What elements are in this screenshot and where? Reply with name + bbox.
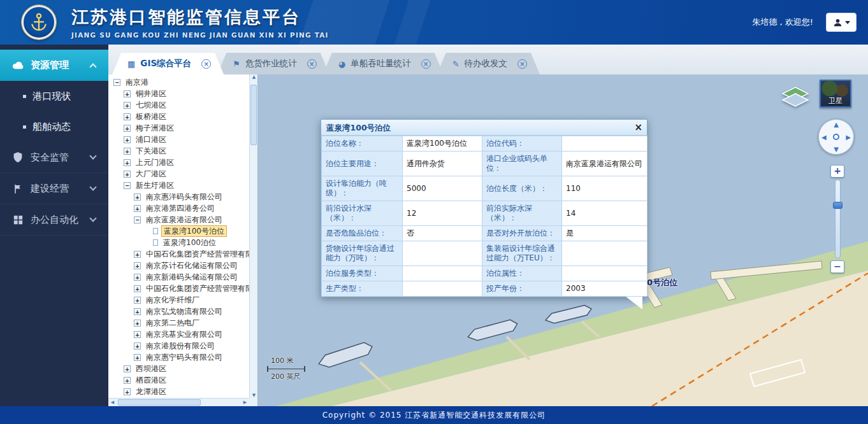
tree-expand-icon[interactable]: + bbox=[124, 125, 131, 132]
sidebar-item-construction-operation[interactable]: 建设经营 bbox=[0, 173, 108, 204]
tree-vertical-scrollbar[interactable]: ▲ ▼ bbox=[249, 74, 257, 398]
tree-node[interactable]: +南京惠洋码头有限公司 bbox=[134, 191, 249, 202]
table-row: 生产类型： 投产年份： 2003 bbox=[322, 281, 647, 297]
tab-close-icon[interactable]: × bbox=[307, 59, 317, 69]
chevron-down-icon bbox=[89, 183, 96, 190]
info-value-cell: 南京蓝泉港运有限公司 bbox=[562, 152, 647, 176]
tree-collapse-icon[interactable]: − bbox=[134, 216, 141, 223]
tree-expand-icon[interactable]: + bbox=[134, 251, 141, 258]
tab-pending-documents[interactable]: ✎ 待办收发文 × bbox=[437, 53, 540, 74]
tree-collapse-icon[interactable]: − bbox=[113, 79, 120, 86]
tree-expand-icon[interactable]: + bbox=[134, 205, 141, 212]
tree-node[interactable]: +板桥港区 bbox=[124, 111, 249, 122]
tree-node[interactable]: +上元门港区 bbox=[124, 157, 249, 168]
scrollbar-thumb[interactable] bbox=[118, 399, 201, 406]
tree-expand-icon[interactable]: + bbox=[124, 90, 131, 97]
tree-horizontal-scrollbar[interactable]: ◀ ▶ bbox=[108, 398, 249, 406]
zoom-in-button[interactable]: + bbox=[830, 165, 844, 178]
scroll-up-icon[interactable]: ▲ bbox=[250, 74, 258, 80]
tree-node[interactable]: +中国石化集团资产经营管理有限公司 bbox=[134, 248, 249, 260]
tree-node[interactable]: +西坝港区 bbox=[124, 363, 249, 374]
zoom-out-button[interactable]: − bbox=[830, 260, 844, 273]
tree-expand-icon[interactable]: + bbox=[124, 171, 131, 178]
sidebar-item-port-status[interactable]: 港口现状 bbox=[0, 81, 108, 111]
pie-chart-icon: ◕ bbox=[338, 59, 345, 69]
tree-node[interactable]: +中国石化集团资产经营管理有限公司 bbox=[134, 283, 249, 294]
tab-dangerous-cargo-stats[interactable]: ⚑ 危货作业统计 × bbox=[217, 53, 329, 74]
tree-node[interactable]: +南京苏计石化储运有限公司 bbox=[134, 260, 249, 271]
tree-node[interactable]: −南京蓝泉港运有限公司 bbox=[134, 214, 249, 225]
tab-gis-platform[interactable]: ▦ GIS综合平台 × bbox=[112, 53, 224, 74]
chevron-up-icon bbox=[89, 63, 96, 70]
tree-expand-icon[interactable]: + bbox=[134, 343, 141, 350]
table-row: 泊位服务类型： 泊位属性： bbox=[322, 266, 647, 281]
tab-close-icon[interactable]: × bbox=[421, 59, 431, 69]
zoom-slider-handle[interactable] bbox=[833, 202, 843, 209]
tree-expand-icon[interactable]: + bbox=[124, 148, 131, 155]
tree-node[interactable]: +龙潭港区 bbox=[124, 386, 249, 397]
tree-expand-icon[interactable]: + bbox=[134, 331, 141, 338]
tree-expand-icon[interactable]: + bbox=[124, 102, 131, 109]
tree-expand-icon[interactable]: + bbox=[134, 274, 141, 281]
tree-expand-icon[interactable]: + bbox=[134, 308, 141, 315]
tree-node[interactable]: +南京第二热电厂 bbox=[134, 317, 249, 329]
tree-expand-icon[interactable]: + bbox=[124, 388, 131, 395]
map-type-button[interactable] bbox=[781, 86, 809, 109]
tree-node[interactable]: −南京港 bbox=[113, 76, 249, 88]
sidebar-item-office-automation[interactable]: 办公自动化 bbox=[0, 204, 108, 236]
pan-right-icon[interactable]: ▶ bbox=[846, 134, 851, 141]
tree-node[interactable]: −新生圩港区 bbox=[124, 180, 249, 191]
pan-left-icon[interactable]: ◀ bbox=[821, 134, 827, 141]
popup-close-button[interactable]: × bbox=[634, 122, 642, 133]
tree-expand-icon[interactable]: + bbox=[124, 136, 131, 143]
scroll-left-icon[interactable]: ◀ bbox=[108, 399, 117, 407]
pan-up-icon[interactable]: ▲ bbox=[834, 121, 839, 128]
tree-node[interactable]: +大厂港区 bbox=[124, 168, 249, 180]
map-canvas[interactable]: 蓝泉湾100号泊位 100 米 200 英尺 卫星 ▲ bbox=[258, 74, 868, 406]
tab-close-icon[interactable]: × bbox=[517, 59, 527, 69]
tree-expand-icon[interactable]: + bbox=[124, 113, 131, 120]
tab-close-icon[interactable]: × bbox=[201, 59, 211, 69]
tree-expand-icon[interactable]: + bbox=[134, 285, 141, 292]
tree-node[interactable]: +南京弘戈物流有限公司 bbox=[134, 306, 249, 317]
zoom-slider[interactable] bbox=[835, 180, 841, 258]
scroll-down-icon[interactable]: ▼ bbox=[250, 393, 258, 398]
tree-node[interactable]: +南京兆基实业有限公司 bbox=[134, 329, 249, 340]
pan-center-icon[interactable] bbox=[833, 134, 839, 140]
tree-node[interactable]: +南京港股份有限公司 bbox=[134, 340, 249, 351]
tree-expand-icon[interactable]: + bbox=[134, 297, 141, 304]
scrollbar-thumb[interactable] bbox=[250, 85, 257, 145]
user-icon bbox=[833, 18, 843, 27]
tree-expand-icon[interactable]: + bbox=[134, 194, 141, 201]
tree-node[interactable]: +栖霞港区 bbox=[124, 374, 249, 386]
info-label-cell: 港口企业或码头单位： bbox=[482, 152, 562, 176]
tree-expand-icon[interactable]: + bbox=[134, 262, 141, 269]
sidebar-item-resource-management[interactable]: 资源管理 bbox=[0, 50, 108, 81]
tree-node[interactable]: +南京港第四港务公司 bbox=[134, 202, 249, 214]
tree-expand-icon[interactable]: + bbox=[134, 354, 141, 361]
tree-node[interactable]: +下关港区 bbox=[124, 145, 249, 157]
tree-node[interactable]: +浦口港区 bbox=[124, 134, 249, 145]
satellite-view-button[interactable]: 卫星 bbox=[820, 80, 851, 108]
tree-node[interactable]: +南京化学纤维厂 bbox=[134, 294, 249, 306]
pan-control[interactable]: ▲ ▼ ◀ ▶ bbox=[818, 119, 854, 155]
tree-expand-icon[interactable]: + bbox=[124, 377, 131, 384]
tree-node-selected[interactable]: 蓝泉湾100号泊位 bbox=[153, 225, 249, 237]
scroll-right-icon[interactable]: ▶ bbox=[241, 399, 249, 407]
tree-expand-icon[interactable]: + bbox=[124, 365, 131, 372]
tree-node[interactable]: 蓝泉湾100泊位 bbox=[153, 237, 249, 248]
tree-node[interactable]: +南京新港码头储运有限公司 bbox=[134, 271, 249, 283]
user-menu-button[interactable] bbox=[826, 13, 857, 32]
sidebar-item-ship-dynamics[interactable]: 船舶动态 bbox=[0, 111, 108, 142]
tab-label: 待办收发文 bbox=[465, 58, 508, 69]
tree-node[interactable]: +梅子洲港区 bbox=[124, 122, 249, 134]
tree-node[interactable]: +七坝港区 bbox=[124, 99, 249, 111]
pan-down-icon[interactable]: ▼ bbox=[834, 146, 839, 153]
tree-node[interactable]: +铜井港区 bbox=[124, 88, 249, 99]
tree-node[interactable]: +南京惠宁码头有限公司 bbox=[134, 351, 249, 363]
tree-collapse-icon[interactable]: − bbox=[124, 182, 131, 189]
tree-expand-icon[interactable]: + bbox=[124, 159, 131, 166]
sidebar-item-safety-supervision[interactable]: 安全监管 bbox=[0, 142, 108, 173]
tree-expand-icon[interactable]: + bbox=[134, 320, 141, 327]
tab-ship-throughput-stats[interactable]: ◕ 单船吞吐量统计 × bbox=[323, 53, 444, 74]
